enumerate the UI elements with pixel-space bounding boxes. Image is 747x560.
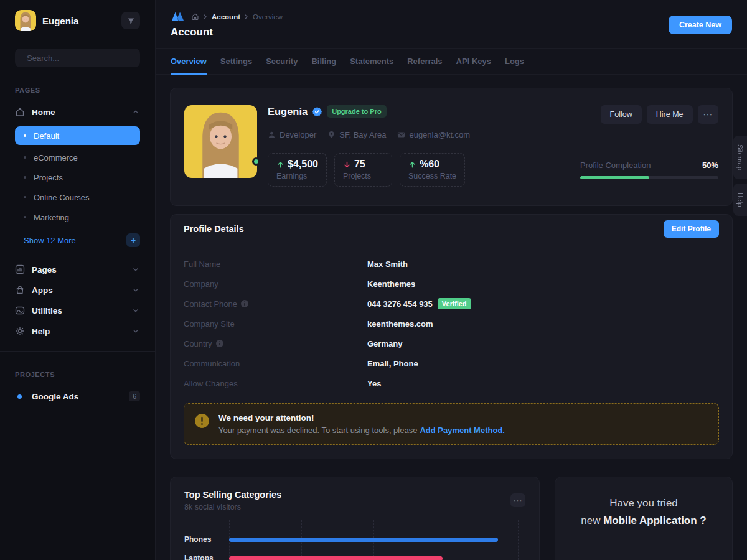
upgrade-to-pro-badge[interactable]: Upgrade to Pro [327, 105, 386, 118]
sidebar-divider [0, 351, 155, 352]
info-icon[interactable] [241, 300, 248, 307]
breadcrumb-account[interactable]: Account [212, 13, 240, 21]
sidebar-item-apps[interactable]: Apps [0, 280, 155, 300]
progress-fill [580, 176, 649, 179]
sidebar-item-utilities[interactable]: Utilities [0, 301, 155, 320]
verified-status-badge: Verified [438, 298, 471, 309]
stat-value: 75 [354, 159, 365, 170]
profile-meta-eugenia-kt-com[interactable]: eugenia@kt.com [397, 130, 470, 139]
tab-api-keys[interactable]: API Keys [456, 49, 491, 75]
breadcrumb-home-icon[interactable] [191, 12, 199, 21]
sidebar-subitem-label: Default [34, 131, 59, 141]
sidebar-project-google-ads[interactable]: Google Ads6 [0, 386, 155, 406]
tab-logs[interactable]: Logs [505, 49, 524, 75]
project-count-badge: 6 [129, 391, 140, 401]
app-logo-icon[interactable] [171, 11, 185, 22]
tab-security[interactable]: Security [266, 49, 298, 75]
info-icon[interactable] [216, 340, 223, 347]
project-label: Google Ads [32, 392, 121, 401]
tab-overview[interactable]: Overview [171, 49, 207, 75]
chart-bar-laptops[interactable] [229, 556, 443, 560]
sidebar-item-help[interactable]: Help [0, 321, 155, 341]
profile-more-button[interactable]: ··· [698, 105, 719, 124]
sitemap-tab[interactable]: Sitemap [733, 136, 747, 179]
sidebar-item-online-courses[interactable]: Online Courses [15, 188, 140, 207]
details-rows: Full NameMax SmithCompanyKeenthemesConta… [171, 243, 732, 393]
alert-text: Your payment was declined. To start usin… [218, 426, 505, 435]
filter-button[interactable] [121, 12, 140, 29]
detail-row-contact-phone: Contact Phone044 3276 454 935Verified [184, 294, 719, 314]
add-payment-method-link[interactable]: Add Payment Method. [420, 426, 505, 435]
sidebar-item-projects[interactable]: Projects [15, 168, 140, 187]
arrow-up-icon [276, 161, 284, 169]
detail-label: Allow Changes [184, 379, 367, 388]
sidebar-user-row: Eugenia [0, 0, 155, 31]
sidebar: Eugenia PAGES Home DefaulteCommerceProje… [0, 0, 156, 560]
top-selling-categories-card: Top Selling Categories 8k social visitor… [170, 477, 540, 560]
meta-text: eugenia@kt.com [409, 130, 470, 139]
stat-label: Projects [343, 172, 383, 180]
breadcrumb: Account Overview [171, 11, 732, 22]
sidebar-item-pages[interactable]: Pages [0, 259, 155, 279]
online-status-dot [252, 157, 260, 166]
detail-label: Full Name [184, 259, 367, 269]
sidebar-subitem-label: Projects [34, 173, 63, 182]
chevron-right-icon [245, 14, 248, 19]
stat-top-row: 75 [343, 159, 383, 170]
stat-value: %60 [420, 159, 439, 170]
filter-icon [127, 17, 135, 25]
sidebar-item-default[interactable]: Default [15, 126, 140, 145]
bag-icon [15, 285, 25, 295]
search-input[interactable] [27, 54, 136, 63]
detail-value: keenthemes.com [367, 319, 719, 329]
pin-icon [327, 131, 336, 139]
sidebar-search[interactable] [15, 49, 140, 67]
sidebar-item-home[interactable]: Home [0, 102, 155, 122]
create-new-button[interactable]: Create New [669, 16, 732, 34]
chevron-down-icon [131, 286, 140, 294]
stat-success-rate: %60Success Rate [400, 153, 465, 187]
sidebar-item-marketing[interactable]: Marketing [15, 208, 140, 226]
detail-label-text: Full Name [184, 259, 220, 269]
detail-value-text: keenthemes.com [367, 319, 433, 329]
sidebar-item-label: Utilities [32, 306, 125, 315]
profile-photo [184, 105, 257, 178]
detail-row-full-name: Full NameMax Smith [184, 254, 719, 274]
chevron-down-icon [131, 306, 140, 315]
detail-row-company-site: Company Sitekeenthemes.com [184, 314, 719, 334]
user-avatar [15, 10, 36, 31]
stat-top-row: %60 [408, 159, 456, 170]
edit-profile-button[interactable]: Edit Profile [664, 220, 719, 238]
profile-meta-developer[interactable]: Developer [268, 130, 316, 139]
show-more-link[interactable]: Show 12 More [24, 236, 126, 245]
stat-top-row: $4,500 [276, 159, 318, 170]
detail-value-text: Yes [367, 379, 381, 388]
projects-list: Google Ads6 [0, 386, 155, 406]
tab-billing[interactable]: Billing [311, 49, 336, 75]
detail-label: Country [184, 339, 367, 348]
chart-bar-row-laptops: Laptops [184, 549, 525, 560]
tab-statements[interactable]: Statements [350, 49, 393, 75]
detail-label-text: Allow Changes [184, 379, 238, 388]
help-tab[interactable]: Help [733, 184, 747, 216]
profile-actions: FollowHire Me··· [601, 105, 718, 124]
follow-button[interactable]: Follow [601, 105, 642, 124]
chart-more-button[interactable]: ··· [510, 493, 525, 507]
add-page-button[interactable]: + [126, 233, 140, 247]
detail-value-text: 044 3276 454 935 [367, 299, 433, 309]
sidebar-subitem-label: Marketing [34, 213, 69, 222]
sidebar-item-label: Home [32, 108, 125, 117]
verified-badge-icon [312, 107, 322, 116]
sidebar-item-ecommerce[interactable]: eCommerce [15, 148, 140, 167]
page-header: Account Overview Account Create New [156, 0, 747, 49]
stat-label: Earnings [276, 172, 318, 180]
hire-me-button[interactable]: Hire Me [647, 105, 693, 124]
detail-value-text: Email, Phone [367, 359, 418, 368]
detail-value-text: Keenthemes [367, 279, 415, 289]
chart-bar-phones[interactable] [229, 538, 498, 542]
sidebar-subitem-label: Online Courses [34, 193, 90, 202]
tab-referrals[interactable]: Referrals [407, 49, 442, 75]
tab-settings[interactable]: Settings [220, 49, 252, 75]
sidebar-item-label: Help [32, 327, 125, 336]
profile-meta-sf-bay-area[interactable]: SF, Bay Area [327, 130, 386, 139]
